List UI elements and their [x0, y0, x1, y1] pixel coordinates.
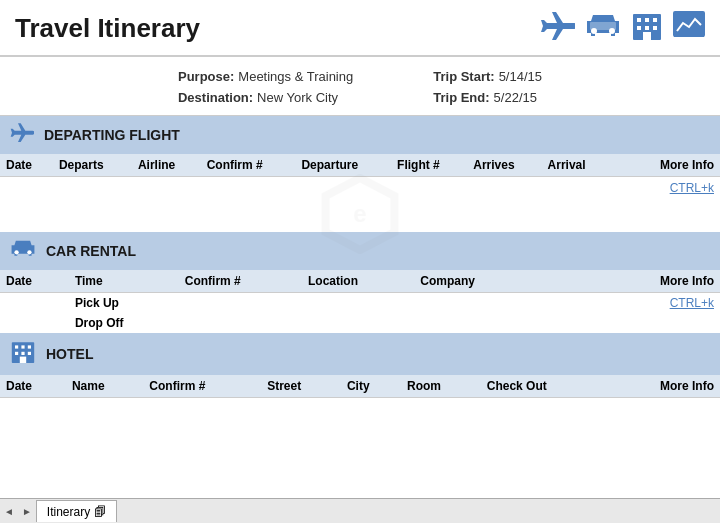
svg-rect-6: [653, 18, 657, 22]
svg-rect-24: [20, 356, 26, 362]
svg-text:e: e: [353, 200, 366, 227]
tab-nav-prev[interactable]: ◄: [0, 506, 18, 517]
col-date: Date: [0, 154, 53, 177]
hotel-col-city: City: [341, 375, 401, 398]
car-pickup-location: [302, 292, 414, 313]
hotel-header: HOTEL: [0, 333, 720, 375]
watermark: e: [320, 174, 400, 257]
trip-start-row: Trip Start: 5/14/15: [433, 69, 542, 84]
destination-row: Destination: New York City: [178, 90, 353, 105]
col-spacer: [611, 154, 628, 177]
flight-ctrl-link[interactable]: CTRL+k: [670, 181, 714, 195]
svg-rect-18: [15, 345, 18, 348]
svg-rect-19: [21, 345, 24, 348]
car-dropoff-confirm: [179, 313, 302, 333]
hotel-col-name: Name: [66, 375, 143, 398]
car-dropoff-spacer1: [535, 313, 557, 333]
purpose-row: Purpose: Meetings & Training: [178, 69, 353, 84]
page-title: Travel Itinerary: [15, 13, 200, 44]
car-col-more-info: More Info: [600, 270, 720, 293]
svg-rect-8: [645, 26, 649, 30]
trip-info: Purpose: Meetings & Training Destination…: [0, 57, 720, 116]
hotel-col-date: Date: [0, 375, 66, 398]
trip-start-label: Trip Start:: [433, 69, 494, 84]
trip-end-row: Trip End: 5/22/15: [433, 90, 542, 105]
car-pickup-spacer2: [557, 292, 579, 313]
flight-empty-cell: [0, 177, 628, 232]
car-col-confirm: Confirm #: [179, 270, 302, 293]
destination-label: Destination:: [178, 90, 253, 105]
car-dropoff-empty: [600, 313, 720, 333]
airplane-icon: [541, 10, 575, 47]
svg-rect-23: [28, 351, 31, 354]
car-col-time: Time: [69, 270, 153, 293]
car-col-spacer3: [557, 270, 579, 293]
car-pickup-row: Pick Up CTRL+k: [0, 292, 720, 313]
tab-itinerary-label: Itinerary: [47, 505, 90, 519]
car-pickup-more-info[interactable]: CTRL+k: [600, 292, 720, 313]
header-icons: [541, 10, 705, 47]
car-dropoff-location: [302, 313, 414, 333]
trip-end-label: Trip End:: [433, 90, 489, 105]
chart-icon: [673, 11, 705, 46]
car-pickup-spacer1: [535, 292, 557, 313]
col-flight: Flight #: [391, 154, 467, 177]
hotel-table: Date Name Confirm # Street City Room Che…: [0, 375, 720, 398]
car-rental-header-row: Date Time Confirm # Location Company Mor…: [0, 270, 720, 293]
svg-rect-5: [645, 18, 649, 22]
col-arrival: Arrival: [542, 154, 612, 177]
svg-rect-4: [637, 18, 641, 22]
trip-right-info: Trip Start: 5/14/15 Trip End: 5/22/15: [433, 69, 542, 105]
car-ctrl-link[interactable]: CTRL+k: [670, 296, 714, 310]
tab-prev-icon[interactable]: ◄: [4, 506, 14, 517]
tab-nav-next[interactable]: ►: [18, 506, 36, 517]
hotel-title: HOTEL: [46, 346, 93, 362]
car-dropoff-row: Drop Off: [0, 313, 720, 333]
svg-rect-20: [28, 345, 31, 348]
hotel-icon: [10, 339, 36, 369]
car-pickup-spacer3: [579, 292, 601, 313]
car-dropoff-label: Drop Off: [69, 313, 179, 333]
car-dropoff-spacer3: [579, 313, 601, 333]
col-airline: Airline: [132, 154, 201, 177]
col-more-info: More Info: [628, 154, 720, 177]
hotel-col-street: Street: [261, 375, 341, 398]
car-pickup-date: [0, 292, 69, 313]
car-col-spacer1: [153, 270, 178, 293]
car-col-spacer4: [579, 270, 601, 293]
car-rental-table: Date Time Confirm # Location Company Mor…: [0, 270, 720, 333]
col-departs: Departs: [53, 154, 132, 177]
car-dropoff-company: [414, 313, 535, 333]
hotel-header-row: Date Name Confirm # Street City Room Che…: [0, 375, 720, 398]
svg-rect-21: [15, 351, 18, 354]
departing-flight-icon: [10, 122, 34, 148]
car-dropoff-spacer2: [557, 313, 579, 333]
flight-more-info-cell[interactable]: CTRL+k: [628, 177, 720, 232]
building-icon: [631, 10, 663, 47]
car-pickup-company: [414, 292, 535, 313]
tab-next-icon[interactable]: ►: [22, 506, 32, 517]
car-col-location: Location: [302, 270, 414, 293]
destination-value: New York City: [257, 90, 338, 105]
svg-rect-10: [643, 32, 651, 40]
svg-rect-9: [653, 26, 657, 30]
svg-rect-7: [637, 26, 641, 30]
col-confirm: Confirm #: [201, 154, 296, 177]
car-col-date: Date: [0, 270, 69, 293]
tab-sheet-icon: 🗐: [94, 505, 106, 519]
hotel-col-checkout: Check Out: [481, 375, 606, 398]
departing-flight-section: DEPARTING FLIGHT e Date Departs Airline …: [0, 116, 720, 232]
purpose-label: Purpose:: [178, 69, 234, 84]
car-dropoff-date: [0, 313, 69, 333]
trip-end-value: 5/22/15: [494, 90, 537, 105]
car-col-company: Company: [414, 270, 535, 293]
hotel-section: HOTEL Date Name Confirm # Street City Ro…: [0, 333, 720, 398]
tab-itinerary[interactable]: Itinerary 🗐: [36, 500, 117, 522]
car-rental-icon: [10, 238, 36, 264]
car-rental-title: CAR RENTAL: [46, 243, 136, 259]
car-pickup-confirm: [179, 292, 302, 313]
purpose-value: Meetings & Training: [238, 69, 353, 84]
page-header: Travel Itinerary: [0, 0, 720, 57]
hotel-col-confirm: Confirm #: [143, 375, 261, 398]
trip-left-info: Purpose: Meetings & Training Destination…: [178, 69, 353, 105]
